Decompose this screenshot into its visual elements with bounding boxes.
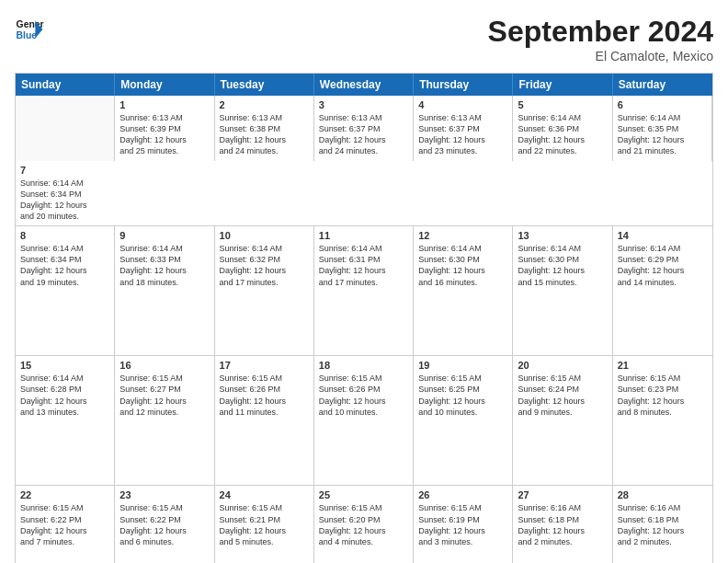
- day-num: 12: [418, 230, 507, 241]
- cal-cell-1: 1Sunrise: 6:13 AMSunset: 6:39 PMDaylight…: [115, 96, 214, 161]
- day-num: 17: [220, 360, 309, 371]
- day-num: 27: [518, 489, 607, 500]
- day-text: Sunrise: 6:15 AMSunset: 6:21 PMDaylight:…: [220, 502, 309, 547]
- day-text: Sunrise: 6:14 AMSunset: 6:30 PMDaylight:…: [418, 243, 507, 288]
- header: General Blue September 2024 El Camalote,…: [15, 15, 713, 63]
- cal-cell: 17Sunrise: 6:15 AMSunset: 6:26 PMDayligh…: [215, 356, 314, 485]
- day-text: Sunrise: 6:14 AMSunset: 6:30 PMDaylight:…: [518, 243, 607, 288]
- cal-cell: 12Sunrise: 6:14 AMSunset: 6:30 PMDayligh…: [414, 226, 513, 355]
- month-title: September 2024: [488, 15, 713, 49]
- day-text: Sunrise: 6:15 AMSunset: 6:19 PMDaylight:…: [418, 502, 507, 547]
- logo: General Blue: [15, 15, 48, 44]
- cal-cell: 19Sunrise: 6:15 AMSunset: 6:25 PMDayligh…: [414, 356, 513, 485]
- day-text: Sunrise: 6:15 AMSunset: 6:22 PMDaylight:…: [119, 502, 209, 547]
- header-saturday: Saturday: [613, 74, 712, 96]
- cal-cell: 23Sunrise: 6:15 AMSunset: 6:22 PMDayligh…: [115, 486, 214, 563]
- cal-cell: 4Sunrise: 6:13 AMSunset: 6:37 PMDaylight…: [414, 96, 513, 161]
- cal-cell: 7Sunrise: 6:14 AMSunset: 6:34 PMDaylight…: [16, 161, 115, 226]
- day-text: Sunrise: 6:14 AMSunset: 6:28 PMDaylight:…: [20, 373, 109, 418]
- day-num: 6: [618, 99, 707, 110]
- day-num: 15: [20, 360, 109, 371]
- cal-cell-empty: [16, 96, 115, 161]
- header-thursday: Thursday: [414, 74, 513, 96]
- day-num: 25: [319, 489, 408, 500]
- calendar-body: 1Sunrise: 6:13 AMSunset: 6:39 PMDaylight…: [16, 96, 712, 563]
- cal-cell: 18Sunrise: 6:15 AMSunset: 6:26 PMDayligh…: [314, 356, 414, 485]
- day-num: 1: [119, 99, 209, 110]
- day-num: 21: [618, 360, 708, 371]
- cal-cell: 8Sunrise: 6:14 AMSunset: 6:34 PMDaylight…: [16, 226, 115, 355]
- cal-cell: 10Sunrise: 6:14 AMSunset: 6:32 PMDayligh…: [215, 226, 314, 355]
- cal-cell: 26Sunrise: 6:15 AMSunset: 6:19 PMDayligh…: [414, 486, 513, 563]
- cal-cell: 11Sunrise: 6:14 AMSunset: 6:31 PMDayligh…: [314, 226, 414, 355]
- cal-cell: 9Sunrise: 6:14 AMSunset: 6:33 PMDaylight…: [115, 226, 214, 355]
- day-num: 10: [220, 230, 309, 241]
- header-monday: Monday: [115, 74, 214, 96]
- week-0: 1Sunrise: 6:13 AMSunset: 6:39 PMDaylight…: [16, 96, 712, 225]
- location-title: El Camalote, Mexico: [488, 49, 713, 63]
- day-text: Sunrise: 6:14 AMSunset: 6:34 PMDaylight:…: [20, 243, 109, 288]
- week-4: 22Sunrise: 6:15 AMSunset: 6:22 PMDayligh…: [16, 485, 712, 563]
- day-text: Sunrise: 6:14 AMSunset: 6:32 PMDaylight:…: [220, 243, 309, 288]
- day-text: Sunrise: 6:14 AMSunset: 6:29 PMDaylight:…: [618, 243, 708, 288]
- calendar-header: Sunday Monday Tuesday Wednesday Thursday…: [16, 74, 712, 96]
- day-text: Sunrise: 6:15 AMSunset: 6:27 PMDaylight:…: [119, 373, 209, 418]
- day-num: 2: [220, 99, 309, 110]
- day-text: Sunrise: 6:15 AMSunset: 6:22 PMDaylight:…: [20, 502, 109, 547]
- day-text: Sunrise: 6:15 AMSunset: 6:23 PMDaylight:…: [618, 373, 708, 418]
- day-text: Sunrise: 6:14 AMSunset: 6:33 PMDaylight:…: [119, 243, 209, 288]
- cal-cell: 3Sunrise: 6:13 AMSunset: 6:37 PMDaylight…: [314, 96, 414, 161]
- cal-cell: 27Sunrise: 6:16 AMSunset: 6:18 PMDayligh…: [513, 486, 612, 563]
- logo-icon: General Blue: [15, 15, 44, 44]
- day-text: Sunrise: 6:13 AMSunset: 6:37 PMDaylight:…: [319, 112, 408, 157]
- day-text: Sunrise: 6:13 AMSunset: 6:39 PMDaylight:…: [119, 112, 209, 157]
- day-num: 4: [418, 99, 507, 110]
- day-text: Sunrise: 6:13 AMSunset: 6:37 PMDaylight:…: [418, 112, 507, 157]
- day-num: 3: [319, 99, 408, 110]
- day-text: Sunrise: 6:13 AMSunset: 6:38 PMDaylight:…: [220, 112, 309, 157]
- day-num: 9: [119, 230, 209, 241]
- day-num: 7: [20, 165, 110, 176]
- cal-cell: 13Sunrise: 6:14 AMSunset: 6:30 PMDayligh…: [513, 226, 612, 355]
- day-text: Sunrise: 6:14 AMSunset: 6:31 PMDaylight:…: [319, 243, 408, 288]
- header-sunday: Sunday: [16, 74, 115, 96]
- day-text: Sunrise: 6:14 AMSunset: 6:35 PMDaylight:…: [618, 112, 707, 157]
- day-num: 26: [418, 489, 507, 500]
- page: General Blue September 2024 El Camalote,…: [0, 0, 728, 563]
- day-text: Sunrise: 6:14 AMSunset: 6:36 PMDaylight:…: [518, 112, 607, 157]
- day-num: 22: [20, 489, 109, 500]
- day-num: 11: [319, 230, 408, 241]
- day-num: 24: [220, 489, 309, 500]
- day-num: 13: [518, 230, 607, 241]
- day-text: Sunrise: 6:16 AMSunset: 6:18 PMDaylight:…: [518, 502, 607, 547]
- day-num: 23: [119, 489, 209, 500]
- cal-cell: 20Sunrise: 6:15 AMSunset: 6:24 PMDayligh…: [513, 356, 612, 485]
- day-text: Sunrise: 6:15 AMSunset: 6:24 PMDaylight:…: [518, 373, 607, 418]
- day-text: Sunrise: 6:15 AMSunset: 6:25 PMDaylight:…: [418, 373, 507, 418]
- week-3: 15Sunrise: 6:14 AMSunset: 6:28 PMDayligh…: [16, 355, 712, 485]
- cal-cell: 14Sunrise: 6:14 AMSunset: 6:29 PMDayligh…: [613, 226, 712, 355]
- cal-cell: 6Sunrise: 6:14 AMSunset: 6:35 PMDaylight…: [613, 96, 712, 161]
- day-num: 19: [418, 360, 507, 371]
- cal-cell: 5Sunrise: 6:14 AMSunset: 6:36 PMDaylight…: [513, 96, 612, 161]
- week-2: 8Sunrise: 6:14 AMSunset: 6:34 PMDaylight…: [16, 225, 712, 355]
- header-wednesday: Wednesday: [314, 74, 414, 96]
- day-num: 18: [319, 360, 408, 371]
- day-num: 16: [119, 360, 209, 371]
- day-num: 28: [618, 489, 708, 500]
- title-area: September 2024 El Camalote, Mexico: [488, 15, 713, 63]
- cal-cell: 21Sunrise: 6:15 AMSunset: 6:23 PMDayligh…: [613, 356, 712, 485]
- header-tuesday: Tuesday: [215, 74, 314, 96]
- day-text: Sunrise: 6:16 AMSunset: 6:18 PMDaylight:…: [618, 502, 708, 547]
- cal-cell: 2Sunrise: 6:13 AMSunset: 6:38 PMDaylight…: [215, 96, 314, 161]
- day-text: Sunrise: 6:14 AMSunset: 6:34 PMDaylight:…: [20, 178, 110, 223]
- calendar: Sunday Monday Tuesday Wednesday Thursday…: [15, 73, 713, 563]
- header-friday: Friday: [513, 74, 612, 96]
- day-num: 8: [20, 230, 109, 241]
- cal-cell: 25Sunrise: 6:15 AMSunset: 6:20 PMDayligh…: [314, 486, 414, 563]
- day-num: 14: [618, 230, 708, 241]
- day-text: Sunrise: 6:15 AMSunset: 6:20 PMDaylight:…: [319, 502, 408, 547]
- day-text: Sunrise: 6:15 AMSunset: 6:26 PMDaylight:…: [319, 373, 408, 418]
- cal-cell: 22Sunrise: 6:15 AMSunset: 6:22 PMDayligh…: [16, 486, 115, 563]
- cal-cell: 28Sunrise: 6:16 AMSunset: 6:18 PMDayligh…: [613, 486, 712, 563]
